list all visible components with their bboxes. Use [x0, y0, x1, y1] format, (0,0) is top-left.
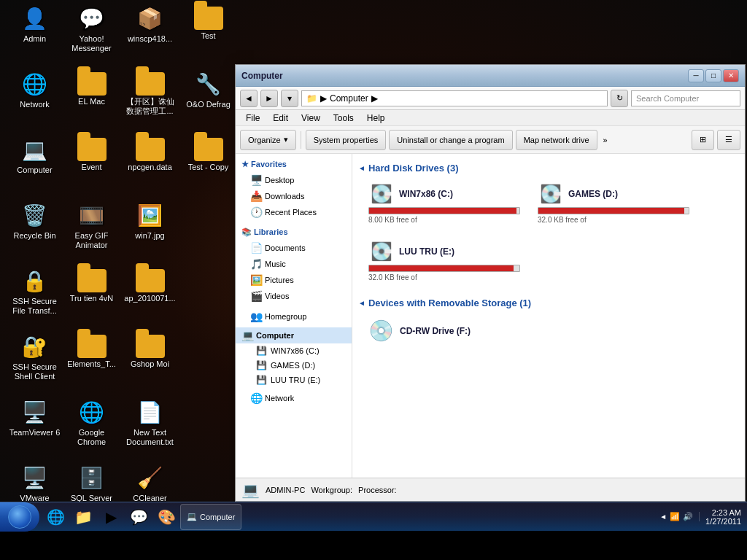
organize-arrow: ▾	[284, 135, 288, 144]
desktop-icon-testcopy[interactable]: Test - Copy	[181, 135, 236, 172]
drive-c[interactable]: 💽 WIN7x86 (C:) 8.00 KB free of	[364, 179, 525, 228]
desktop-icon-ssh-shell[interactable]: 🔐 SSH SecureShell Client	[7, 332, 62, 381]
address-path[interactable]: 📁 ▶ Computer ▶	[301, 90, 608, 106]
drive-c-bar-container	[368, 207, 520, 214]
drive-c-icon: 💽	[368, 184, 395, 204]
clock-time: 2:23 AM	[705, 508, 741, 517]
nav-downloads[interactable]: 📥 Downloads	[236, 188, 352, 204]
view-toggle-button[interactable]: ⊞	[692, 130, 714, 150]
explorer-content: ★ Favorites 🖥️ Desktop 📥 Downloads 🕐 Rec…	[236, 154, 745, 478]
nav-network[interactable]: 🌐 Network	[236, 390, 352, 406]
system-properties-button[interactable]: System properties	[306, 130, 387, 150]
uninstall-button[interactable]: Uninstall or change a program	[389, 130, 512, 150]
desktop-icon-easygif[interactable]: 🎞️ Easy GIFAnimator	[64, 201, 119, 250]
nav-computer[interactable]: 💻 Computer	[236, 327, 352, 343]
computer-icon: 💻	[20, 135, 50, 164]
jpg-icon: 🖼️	[136, 201, 165, 230]
forward-button[interactable]: ►	[260, 90, 278, 107]
desktop-icon-win7jpg[interactable]: 🖼️ win7.jpg	[123, 201, 177, 241]
folder-icon	[136, 138, 165, 161]
drive-d-info: 32.0 KB free of	[538, 216, 689, 224]
desktop-icon-elmac[interactable]: EL Mac	[64, 69, 119, 106]
back-button[interactable]: ◄	[240, 90, 258, 107]
nav-recent[interactable]: 🕐 Recent Places	[236, 204, 352, 220]
minimize-button[interactable]: ─	[688, 69, 704, 82]
map-drive-button[interactable]: Map network drive	[516, 130, 597, 150]
window-title: Computer	[241, 71, 688, 81]
hard-drives-header: Hard Disk Drives (3)	[358, 163, 739, 174]
desktop-icon-ssh-file[interactable]: 🔒 SSH SecureFile Transf...	[7, 266, 62, 316]
taskbar-explorer-icon[interactable]: 📁	[70, 504, 96, 530]
drive-f-name: CD-RW Drive (F:)	[400, 326, 471, 336]
taskbar-right: ◄ 📶 🔊 2:23 AM 1/27/2011	[654, 508, 747, 526]
close-button[interactable]: ✕	[723, 69, 739, 82]
tray-arrow[interactable]: ◄	[659, 513, 667, 521]
nav-desktop[interactable]: 🖥️ Desktop	[236, 172, 352, 188]
nav-documents[interactable]: 📄 Documents	[236, 240, 352, 256]
taskbar-explorer-task-icon: 💻	[187, 512, 197, 521]
menu-file[interactable]: File	[240, 112, 266, 125]
desktop-icon-elements[interactable]: Elements_T...	[64, 332, 119, 369]
nav-pictures[interactable]: 🖼️ Pictures	[236, 272, 352, 288]
desktop-icon-ap2010[interactable]: ap_2010071...	[123, 266, 177, 303]
more-button[interactable]: »	[603, 136, 608, 144]
tray-network-icon[interactable]: 📶	[670, 512, 680, 521]
desktop-icon-trutien[interactable]: Tru tien 4vN	[64, 266, 119, 303]
folder-icon	[136, 72, 165, 96]
desktop-icon-newtext[interactable]: 📄 New TextDocument.txt	[123, 397, 177, 447]
nav-homegroup[interactable]: 👥 Homegroup	[236, 308, 352, 324]
start-button[interactable]	[0, 502, 39, 532]
desktop-icon-npcgen[interactable]: npcgen.data	[123, 135, 177, 172]
nav-music[interactable]: 🎵 Music	[236, 256, 352, 272]
tray-volume-icon[interactable]: 🔊	[683, 512, 693, 521]
maximize-button[interactable]: □	[705, 69, 721, 82]
desktop-icon-recycle[interactable]: 🗑️ Recycle Bin	[7, 201, 62, 241]
address-arrow: ▶	[371, 93, 378, 104]
menu-help[interactable]: Help	[361, 112, 391, 125]
view-list-button[interactable]: ☰	[717, 130, 740, 150]
drive-e[interactable]: 💽 LUU TRU (E:) 32.0 KB free of	[364, 237, 525, 286]
search-box[interactable]: Search Computer	[631, 90, 740, 106]
menu-edit[interactable]: Edit	[267, 112, 294, 125]
desktop-icon-ccleaner[interactable]: 🧹 CCleaner	[123, 463, 177, 503]
libraries-header[interactable]: 📚 Libraries	[236, 225, 352, 240]
organize-button[interactable]: Organize ▾	[240, 130, 296, 150]
desktop-icon-network[interactable]: 🌐 Network	[7, 69, 62, 109]
favorites-header[interactable]: ★ Favorites	[236, 157, 352, 172]
menu-tools[interactable]: Tools	[328, 112, 360, 125]
desktop-icon-chrome[interactable]: 🌐 GoogleChrome	[64, 397, 119, 447]
desktop-icon-gshop[interactable]: Gshop Moi	[123, 332, 177, 369]
desktop-icon-teamviewer[interactable]: 🖥️ TeamViewer 6	[7, 397, 62, 438]
taskbar-paint-icon[interactable]: 🎨	[153, 504, 179, 530]
refresh-button[interactable]: ↻	[611, 90, 628, 107]
desktop-icon-computer[interactable]: 💻 Computer	[7, 135, 62, 175]
desktop-icon-admin[interactable]: 👤 Admin	[7, 4, 62, 44]
desktop-icon-yahoo[interactable]: 💬 Yahoo!Messenger	[64, 4, 119, 53]
taskbar-yahoo-icon[interactable]: 💬	[125, 504, 152, 530]
desktop-icon-kaijian[interactable]: 【开区】诛仙数据管理工...	[123, 69, 177, 116]
nav-e-drive[interactable]: 💾 LUU TRU (E:)	[236, 373, 352, 387]
nav-d-drive[interactable]: 💾 GAMES (D:)	[236, 358, 352, 373]
desktop: 👤 Admin 💬 Yahoo!Messenger 📦 winscp418...…	[0, 0, 747, 531]
desktop-icon-winscp[interactable]: 📦 winscp418...	[123, 4, 177, 44]
nav-videos[interactable]: 🎬 Videos	[236, 288, 352, 304]
desktop-icon-oo[interactable]: 🔧 O&O Defrag	[181, 69, 236, 109]
recent-button[interactable]: ▾	[281, 90, 298, 107]
drive-e-bar-container	[368, 265, 520, 272]
desktop-icon-event[interactable]: Event	[64, 135, 119, 172]
nav-c-drive[interactable]: 💾 WIN7x86 (C:)	[236, 343, 352, 358]
clock[interactable]: 2:23 AM 1/27/2011	[705, 508, 741, 526]
taskbar-ie-icon[interactable]: 🌐	[42, 504, 69, 530]
ccleaner-icon: 🧹	[136, 463, 165, 492]
toolbar-separator	[301, 131, 301, 149]
drive-f[interactable]: 💿 CD-RW Drive (F:)	[364, 314, 739, 347]
taskbar: 🌐 📁 ▶ 💬 🎨 💻 Computer ◄ 📶 🔊 2:23 AM 1/27/…	[0, 502, 747, 531]
ssh-shell-icon: 🔐	[20, 332, 50, 361]
desktop-icon-test[interactable]: Test	[181, 4, 236, 41]
menu-view[interactable]: View	[295, 112, 326, 125]
taskbar-media-icon[interactable]: ▶	[98, 504, 124, 530]
drive-d[interactable]: 💽 GAMES (D:) 32.0 KB free of	[533, 179, 694, 228]
taskbar-explorer-task[interactable]: 💻 Computer	[180, 504, 241, 530]
folder-icon	[77, 138, 107, 161]
recycle-icon: 🗑️	[20, 201, 50, 230]
